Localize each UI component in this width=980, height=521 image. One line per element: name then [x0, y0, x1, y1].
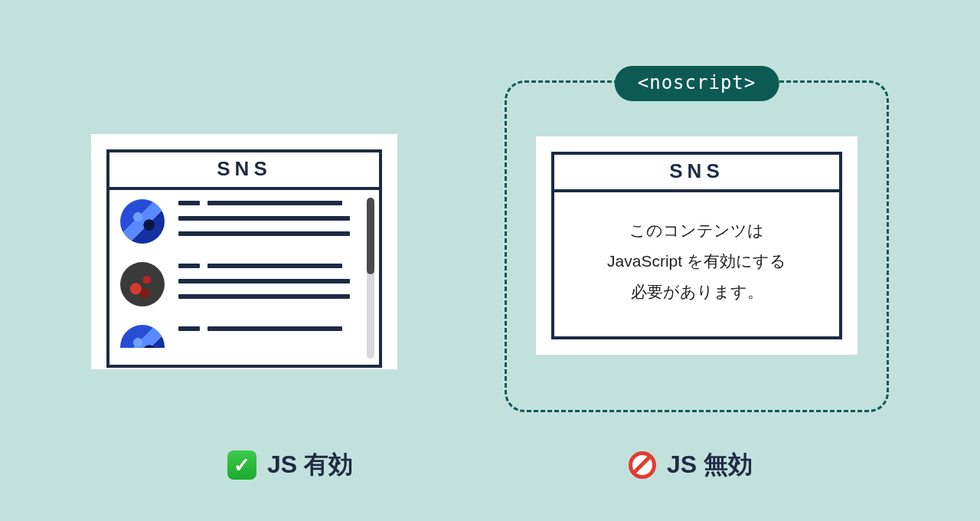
caption-js-enabled: JS 有効	[227, 448, 353, 482]
feed-item	[120, 262, 368, 310]
scrollbar-track	[367, 198, 374, 359]
avatar-icon	[120, 199, 165, 244]
avatar-icon	[120, 262, 165, 306]
avatar-icon	[120, 325, 165, 348]
feed-item	[120, 325, 368, 348]
sns-title: SNS	[109, 152, 379, 190]
sns-title: SNS	[554, 155, 839, 192]
sns-window: SNS このコンテンツは JavaScript を有効にする 必要があります。	[551, 152, 842, 339]
captions-row: JS 有効 JS 無効	[0, 448, 980, 482]
feed-text-placeholder	[178, 262, 368, 310]
diagram-stage: SNS	[0, 0, 980, 412]
feed-text-placeholder	[178, 199, 368, 247]
caption-text: JS 有効	[267, 448, 353, 482]
caption-js-disabled: JS 無効	[629, 448, 753, 482]
message-line: このコンテンツは	[629, 221, 764, 239]
message-line: 必要があります。	[631, 283, 763, 300]
message-line: JavaScript を有効にする	[607, 252, 786, 270]
noscript-container: <noscript> SNS このコンテンツは JavaScript を有効にす…	[505, 80, 889, 412]
sns-window: SNS	[106, 149, 382, 368]
feed-text-placeholder	[178, 325, 368, 342]
prohibit-icon	[629, 451, 656, 479]
feed-item	[120, 199, 368, 247]
check-icon	[227, 451, 256, 480]
noscript-tag-label: <noscript>	[615, 66, 779, 101]
noscript-message: このコンテンツは JavaScript を有効にする 必要があります。	[554, 192, 839, 336]
scrollbar-thumb	[367, 198, 374, 274]
js-disabled-panel: SNS このコンテンツは JavaScript を有効にする 必要があります。	[536, 136, 858, 355]
js-enabled-panel: SNS	[91, 134, 397, 369]
caption-text: JS 無効	[667, 448, 753, 482]
sns-feed	[109, 190, 379, 365]
